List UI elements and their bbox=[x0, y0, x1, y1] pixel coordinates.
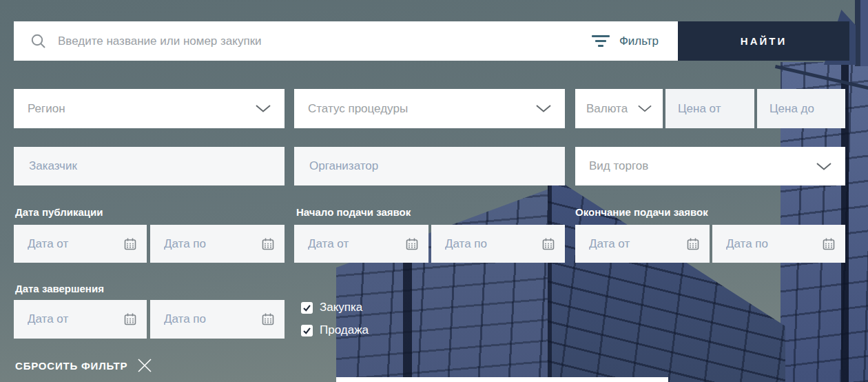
application-start-label: Начало подачи заявок bbox=[296, 206, 411, 218]
calendar-icon[interactable] bbox=[541, 237, 555, 251]
completion-date-from-field bbox=[14, 300, 147, 339]
calendar-icon[interactable] bbox=[123, 237, 137, 251]
chevron-down-icon bbox=[638, 105, 652, 112]
price-to-input[interactable] bbox=[768, 101, 834, 117]
region-value: Регион bbox=[28, 102, 65, 116]
search-bar: Фильтр bbox=[14, 21, 678, 61]
publication-date-to-field bbox=[150, 225, 285, 263]
price-to-field bbox=[757, 89, 845, 128]
organizer-field bbox=[294, 147, 565, 185]
chevron-down-icon bbox=[536, 105, 551, 112]
region-dropdown[interactable]: Регион bbox=[14, 89, 285, 128]
sale-checkbox[interactable]: Продажа bbox=[301, 323, 369, 337]
status-dropdown[interactable]: Статус процедуры bbox=[294, 89, 565, 128]
chevron-down-icon bbox=[816, 163, 831, 170]
purchase-label: Закупка bbox=[320, 301, 362, 314]
currency-dropdown[interactable]: Валюта bbox=[575, 89, 663, 128]
find-button[interactable]: НАЙТИ bbox=[678, 21, 849, 61]
completion-date-to-field bbox=[150, 300, 285, 339]
chevron-down-icon bbox=[256, 105, 271, 112]
date-to-input[interactable] bbox=[163, 312, 241, 327]
trade-type-value: Вид торгов bbox=[589, 159, 648, 173]
date-to-input[interactable] bbox=[163, 237, 241, 252]
filter-button[interactable]: Фильтр bbox=[592, 34, 659, 48]
checkbox-checked-icon bbox=[301, 302, 313, 314]
date-from-input[interactable] bbox=[26, 312, 105, 327]
close-icon bbox=[137, 358, 152, 373]
customer-input[interactable] bbox=[28, 159, 271, 174]
publication-date-from-field bbox=[14, 225, 147, 263]
search-input[interactable] bbox=[56, 34, 592, 49]
completion-date-label: Дата завершения bbox=[15, 283, 104, 294]
price-from-input[interactable] bbox=[676, 101, 743, 117]
publication-date-label: Дата публикации bbox=[15, 206, 103, 218]
calendar-icon[interactable] bbox=[686, 237, 700, 251]
calendar-icon[interactable] bbox=[405, 237, 419, 251]
calendar-icon[interactable] bbox=[261, 312, 275, 326]
sale-label: Продажа bbox=[320, 323, 369, 337]
date-from-input[interactable] bbox=[26, 237, 105, 252]
calendar-icon[interactable] bbox=[261, 237, 275, 251]
reset-filter-label: СБРОСИТЬ ФИЛЬТР bbox=[15, 360, 127, 372]
application-end-label: Окончание подачи заявок bbox=[575, 206, 708, 218]
calendar-icon[interactable] bbox=[123, 312, 137, 326]
currency-value: Валюта bbox=[586, 102, 628, 116]
filter-label: Фильтр bbox=[619, 34, 659, 48]
trade-type-dropdown[interactable]: Вид торгов bbox=[575, 147, 845, 185]
price-from-field bbox=[665, 89, 754, 128]
filter-icon bbox=[592, 35, 610, 47]
application-end-from-field bbox=[575, 225, 710, 263]
date-from-input[interactable] bbox=[588, 237, 666, 252]
application-start-to-field bbox=[431, 225, 565, 263]
calendar-icon[interactable] bbox=[822, 237, 836, 251]
purchase-checkbox[interactable]: Закупка bbox=[301, 301, 362, 314]
status-value: Статус процедуры bbox=[308, 102, 408, 116]
procurement-search-page: Фильтр НАЙТИ Регион Статус процедуры Вал… bbox=[0, 0, 868, 382]
application-start-from-field bbox=[294, 225, 428, 263]
customer-field bbox=[14, 147, 285, 185]
date-to-input[interactable] bbox=[444, 237, 522, 252]
date-to-input[interactable] bbox=[725, 237, 803, 252]
organizer-input[interactable] bbox=[308, 159, 551, 174]
reset-filter-button[interactable]: СБРОСИТЬ ФИЛЬТР bbox=[15, 358, 152, 373]
search-icon bbox=[30, 33, 47, 50]
date-from-input[interactable] bbox=[307, 237, 385, 252]
checkbox-checked-icon bbox=[301, 325, 313, 336]
application-end-to-field bbox=[712, 225, 845, 263]
